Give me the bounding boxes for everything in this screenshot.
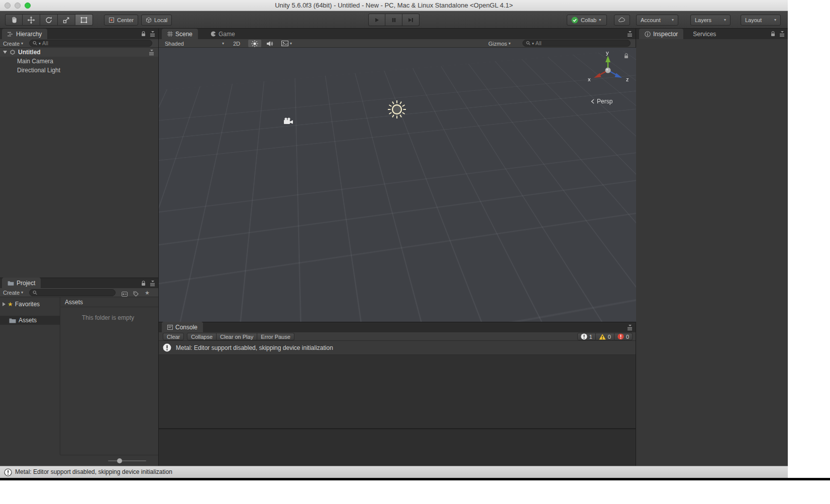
space-toggle-button[interactable]: Local	[141, 15, 172, 26]
zoom-slider-track[interactable]	[108, 460, 146, 461]
hierarchy-scene-row[interactable]: Untitled	[0, 48, 158, 57]
hierarchy-toolbar: Create ▾ ▾	[0, 39, 158, 48]
rect-tool-button[interactable]	[75, 14, 93, 26]
warning-count: 0	[608, 334, 611, 340]
gizmo-center-sphere[interactable]	[605, 68, 611, 73]
close-button[interactable]	[5, 3, 11, 9]
tab-scene[interactable]: Scene	[162, 29, 198, 39]
collapse-label: Collapse	[191, 334, 213, 340]
left-column: Hierarchy Create ▾ ▾	[0, 29, 159, 466]
error-count-toggle[interactable]: 0	[614, 333, 633, 340]
effects-dropdown[interactable]: ▾	[281, 39, 292, 48]
hierarchy-search-input[interactable]	[42, 40, 149, 46]
lighting-toggle[interactable]	[248, 40, 261, 47]
tab-console[interactable]: Console	[162, 322, 203, 332]
item-label: Directional Light	[17, 67, 60, 74]
axis-z-cone[interactable]	[615, 73, 622, 78]
pane-menu-icon[interactable]	[627, 325, 633, 330]
hierarchy-search[interactable]: ▾	[29, 40, 152, 47]
layout-dropdown[interactable]: Layout ▾	[741, 15, 781, 26]
axis-x-cone[interactable]	[594, 73, 601, 78]
pause-button[interactable]	[385, 14, 402, 26]
favorites-row[interactable]: ★ Favorites	[0, 300, 60, 309]
scene-lock-toggle[interactable]	[624, 53, 629, 59]
scene-options-icon[interactable]	[149, 50, 154, 55]
warning-count-toggle[interactable]: 0	[596, 333, 614, 340]
project-footer	[60, 455, 158, 466]
hierarchy-item-directional-light[interactable]: Directional Light	[0, 66, 158, 75]
gizmos-dropdown[interactable]: Gizmos ▾	[488, 39, 510, 48]
scene-viewport[interactable]: y x z Persp	[159, 48, 636, 322]
tab-project[interactable]: Project	[2, 278, 41, 288]
clear-on-play-button[interactable]: Clear on Play	[217, 333, 257, 340]
info-count-toggle[interactable]: 1	[577, 333, 596, 340]
project-search[interactable]	[29, 289, 116, 296]
favorite-search-button[interactable]: ★	[145, 289, 150, 297]
axis-label-y: y	[606, 50, 609, 56]
status-bar[interactable]: Metal: Editor support disabled, skipping…	[0, 466, 788, 478]
foldout-closed-icon[interactable]	[3, 302, 6, 306]
axis-y-cone[interactable]	[605, 56, 610, 62]
scene-search[interactable]: ▾	[523, 40, 631, 47]
zoom-slider-knob[interactable]	[117, 458, 122, 463]
tab-game[interactable]: Game	[205, 29, 241, 39]
zoom-button[interactable]	[25, 3, 31, 9]
console-log-list[interactable]: Metal: Editor support disabled, skipping…	[159, 341, 636, 428]
audio-toggle[interactable]	[266, 39, 273, 48]
lock-icon	[624, 53, 629, 59]
directional-light-gizmo[interactable]	[386, 98, 408, 120]
2d-toggle[interactable]: 2D	[233, 39, 240, 48]
foldout-open-icon[interactable]	[3, 51, 7, 54]
collab-button[interactable]: Collab ▾	[567, 15, 607, 26]
project-panel: Project Create ▾	[0, 278, 158, 466]
create-dropdown-button[interactable]: Create ▾	[3, 288, 23, 297]
lock-icon[interactable]	[771, 31, 775, 37]
pane-menu-icon[interactable]	[150, 281, 155, 286]
pane-menu-icon[interactable]	[150, 31, 155, 37]
assets-folder-row[interactable]: Assets	[0, 316, 60, 325]
tab-services[interactable]: Services	[687, 29, 721, 39]
chevron-down-icon: ▾	[599, 18, 601, 22]
step-button[interactable]	[402, 14, 420, 26]
pane-menu-icon[interactable]	[779, 31, 785, 37]
main-toolbar: Center Local Collab ▾ Account	[0, 11, 788, 29]
camera-gizmo[interactable]	[283, 117, 293, 125]
account-dropdown[interactable]: Account ▾	[636, 15, 678, 26]
layers-dropdown[interactable]: Layers ▾	[690, 15, 731, 26]
lock-icon[interactable]	[141, 31, 146, 37]
collapse-button[interactable]: Collapse	[187, 333, 217, 340]
info-count: 1	[589, 334, 592, 340]
project-files-pane[interactable]: Assets This folder is empty	[61, 297, 158, 455]
pivot-toggle-button[interactable]: Center	[104, 15, 138, 26]
move-tool-button[interactable]	[23, 14, 40, 26]
projection-toggle[interactable]: Persp	[591, 98, 612, 105]
effects-icon	[281, 41, 288, 46]
error-count: 0	[626, 334, 629, 340]
scene-search-input[interactable]	[536, 40, 627, 46]
draw-mode-dropdown[interactable]: Shaded ▾	[165, 39, 224, 48]
unity-window: Unity 5.6.0f3 (64bit) - Untitled - New -…	[0, 0, 788, 478]
project-search-input[interactable]	[39, 290, 112, 296]
collab-check-icon	[571, 17, 578, 24]
clear-button[interactable]: Clear	[163, 333, 184, 340]
hierarchy-item-main-camera[interactable]: Main Camera	[0, 57, 158, 66]
scale-tool-button[interactable]	[58, 14, 75, 26]
rect-tool-icon	[80, 16, 88, 24]
create-dropdown-button[interactable]: Create ▾	[3, 39, 23, 48]
project-toolbar: Create ▾ ★	[0, 288, 158, 297]
tab-hierarchy[interactable]: Hierarchy	[2, 29, 47, 39]
play-icon	[374, 17, 380, 23]
tab-inspector[interactable]: Inspector	[639, 29, 683, 39]
playback-controls	[368, 14, 420, 26]
console-log-row[interactable]: Metal: Editor support disabled, skipping…	[159, 341, 636, 355]
hand-tool-button[interactable]	[5, 14, 23, 26]
cloud-services-button[interactable]	[614, 15, 630, 26]
error-pause-button[interactable]: Error Pause	[257, 333, 294, 340]
rotate-tool-button[interactable]	[40, 14, 58, 26]
lock-icon[interactable]	[141, 281, 146, 286]
pane-menu-icon[interactable]	[627, 31, 633, 37]
minimize-button[interactable]	[15, 3, 21, 9]
scene-tab-label: Scene	[175, 31, 192, 38]
item-label: Main Camera	[17, 58, 53, 65]
play-button[interactable]	[368, 14, 385, 26]
